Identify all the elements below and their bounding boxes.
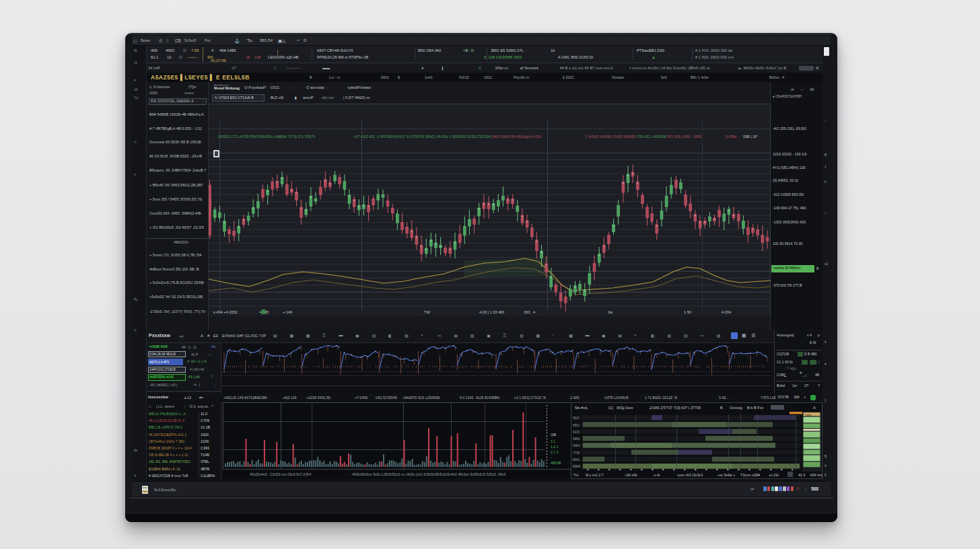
svg-text:1A/n: 1A/n bbox=[805, 414, 812, 417]
svg-text:s 434 +4 2052: s 434 +4 2052 bbox=[213, 310, 238, 314]
svg-text:05/5Z0 C73 L47Z0 P997/5450Z0s: 05/5Z0 C73 L47Z0 P997/5450Z0s L4BB94 75 … bbox=[218, 135, 315, 139]
svg-text:9996: 9996 bbox=[573, 437, 580, 441]
svg-text:3 1: 3 1 bbox=[551, 439, 555, 443]
svg-text:+xx 5x6w +: +xx 5x6w + bbox=[718, 473, 735, 477]
svg-text:-x rb: -x rb bbox=[653, 473, 660, 477]
svg-text:5 035s: 5 035s bbox=[726, 135, 736, 139]
svg-text:+ 140: + 140 bbox=[283, 310, 292, 314]
svg-text:#34 4xxD: #34 4xxD bbox=[810, 473, 823, 477]
svg-text:1 £ 1: 1 £ 1 bbox=[551, 445, 559, 449]
svg-text:W3g 3xxx: W3g 3xxx bbox=[617, 406, 633, 410]
svg-text:Tm: Tm bbox=[573, 473, 579, 477]
svg-text:(1B: (1B bbox=[551, 433, 557, 437]
svg-text:2 4/5/Z0 40/595 C0053 5450Z0 7: 2 4/5/Z0 40/595 C0053 5450Z0 753 4Z1 L45… bbox=[586, 135, 701, 139]
svg-text:45x25x4x5. :C3x53 xxv:25x3 5x7: 45x25x4x5. :C3x53 xxv:25x3 5x7.2(5/4 bbox=[250, 472, 311, 476]
svg-text:B: B bbox=[720, 406, 723, 410]
svg-text:+3b x0b: +3b x0b bbox=[625, 473, 637, 477]
svg-text:T3xxrx x2B#: T3xxrx x2B# bbox=[740, 473, 760, 477]
svg-text:-: - bbox=[345, 472, 346, 476]
svg-text:4.03 | 1 33 400: 4.03 | 1 33 400 bbox=[479, 310, 504, 314]
svg-text:150 . 4: 150 . 4 bbox=[524, 310, 535, 314]
svg-text:8501: 8501 bbox=[573, 424, 580, 427]
svg-text:1 50: 1 50 bbox=[684, 310, 691, 314]
svg-text:TW: TW bbox=[424, 310, 430, 314]
svg-text:4B23B: 4B23B bbox=[551, 461, 561, 465]
svg-text:8662: 8662 bbox=[573, 458, 580, 462]
svg-text:03B | 1P: 03B | 1P bbox=[743, 135, 757, 139]
svg-text:-: - bbox=[551, 455, 552, 460]
svg-text:5621: 5621 bbox=[573, 416, 580, 420]
svg-text:|C|: |C| bbox=[608, 406, 613, 410]
svg-text:B b B Fxx: B b B Fxx bbox=[747, 406, 763, 410]
svg-text:42 3: 42 3 bbox=[798, 473, 805, 477]
svg-text:2/3A5 2'5'T37 7(3] k3? | JT?35: 2/3A5 2'5'T37 7(3] k3? | JT?35 bbox=[650, 406, 701, 410]
svg-text:45/5x65x5xx 5x5x L25x5/52x3 xx: 45/5x65x5xx 5x5x L25x5/52x3 xx x5x5x (x2… bbox=[352, 472, 505, 476]
svg-text:A: A bbox=[813, 406, 816, 410]
svg-text:9t x xx1 2.7: 9t x xx1 2.7 bbox=[586, 473, 604, 477]
svg-text:7735: 7735 bbox=[573, 451, 580, 455]
svg-text:6315: 6315 bbox=[573, 431, 580, 434]
svg-text:Oxxxxg: Oxxxxg bbox=[730, 406, 742, 410]
svg-text:E9E6: E9E6 bbox=[573, 465, 581, 468]
svg-text:5tk #xd,: 5tk #xd, bbox=[575, 406, 588, 410]
svg-text:2w: 2w bbox=[608, 310, 613, 314]
svg-text:+x 23x: +x 23x bbox=[769, 473, 779, 477]
svg-text:50E4: 50E4 bbox=[573, 444, 580, 447]
svg-text:+57 43/Z 4Z1 -3 0P5 B2/4/5/9: +57 43/Z 4Z1 -3 0P5 B2/4/5/9 5 '31-57537… bbox=[353, 135, 542, 139]
svg-text:4.034: 4.034 bbox=[722, 310, 731, 314]
svg-text:2 1 3: 2 1 3 bbox=[551, 450, 559, 454]
svg-text:ryxm 4z3 (3x3x3: ryxm 4z3 (3x3x3 bbox=[677, 473, 703, 477]
